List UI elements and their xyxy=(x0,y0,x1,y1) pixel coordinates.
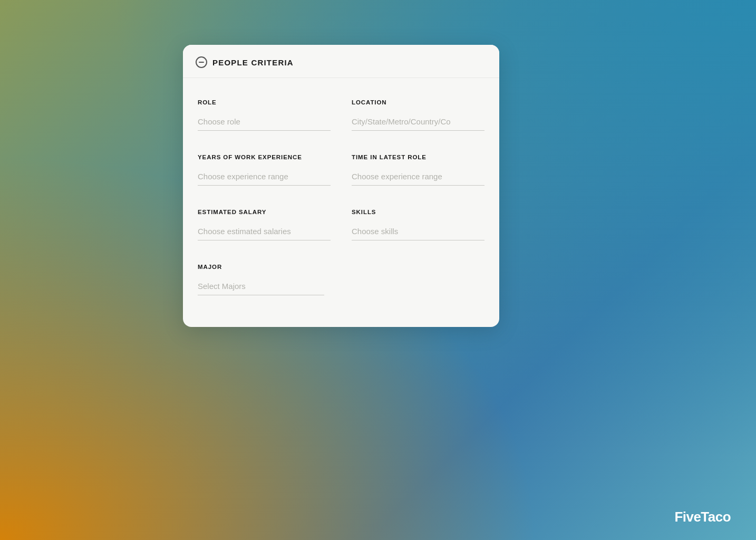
minus-circle-icon[interactable] xyxy=(196,56,207,68)
skills-label: SKILLS xyxy=(352,209,484,215)
major-label: MAJOR xyxy=(198,264,474,270)
major-input[interactable] xyxy=(198,279,324,295)
time-latest-role-input[interactable] xyxy=(352,170,484,186)
location-field-group: LOCATION xyxy=(341,89,484,143)
time-latest-role-field-group: TIME IN LATEST ROLE xyxy=(341,143,484,198)
major-field-group: MAJOR xyxy=(198,253,484,308)
panel-header: PEOPLE CRITERIA xyxy=(183,45,499,78)
location-input[interactable] xyxy=(352,115,484,131)
people-criteria-panel: PEOPLE CRITERIA ROLE LOCATION YEARS OF W… xyxy=(183,45,499,327)
panel-content: ROLE LOCATION YEARS OF WORK EXPERIENCE T… xyxy=(183,78,499,327)
years-experience-label: YEARS OF WORK EXPERIENCE xyxy=(198,154,331,160)
location-label: LOCATION xyxy=(352,99,484,105)
estimated-salary-field-group: ESTIMATED SALARY xyxy=(198,198,341,253)
skills-input[interactable] xyxy=(352,225,484,240)
fields-grid: ROLE LOCATION YEARS OF WORK EXPERIENCE T… xyxy=(198,89,484,308)
role-input[interactable] xyxy=(198,115,331,131)
years-experience-field-group: YEARS OF WORK EXPERIENCE xyxy=(198,143,341,198)
time-latest-role-label: TIME IN LATEST ROLE xyxy=(352,154,484,160)
estimated-salary-input[interactable] xyxy=(198,225,331,240)
years-experience-input[interactable] xyxy=(198,170,331,186)
role-label: ROLE xyxy=(198,99,331,105)
brand-logo: FiveTaco xyxy=(674,509,731,525)
panel-title: PEOPLE CRITERIA xyxy=(212,58,294,67)
skills-field-group: SKILLS xyxy=(341,198,484,253)
estimated-salary-label: ESTIMATED SALARY xyxy=(198,209,331,215)
role-field-group: ROLE xyxy=(198,89,341,143)
